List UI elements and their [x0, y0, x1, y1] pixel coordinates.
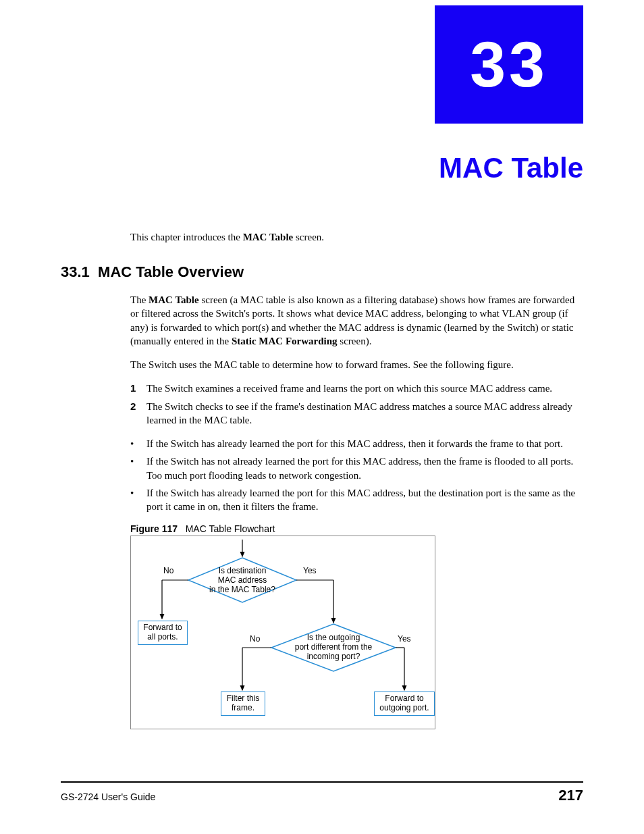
box-filter: Filter this frame. [221, 692, 265, 716]
intro-bold: MAC Table [243, 232, 294, 242]
intro-text-prefix: This chapter introduces the [130, 232, 243, 242]
page-content: 33 MAC Table This chapter introduces the… [0, 152, 644, 729]
list-item: •If the Switch has already learned the p… [130, 437, 583, 450]
section-number: 33.1 [61, 263, 90, 280]
list-item: 1The Switch examines a received frame an… [130, 382, 583, 395]
yes-label-1: Yes [303, 567, 317, 576]
list-item: 2The Switch checks to see if the frame's… [130, 400, 583, 427]
no-label-1: No [163, 567, 173, 576]
bullet-list: •If the Switch has already learned the p… [130, 437, 583, 513]
decision-1-text: Is destination MAC address in the MAC Ta… [209, 567, 276, 594]
box-forward-all: Forward to all ports. [138, 621, 188, 645]
page-footer: GS-2724 User's Guide 217 [61, 781, 583, 804]
figure-label: Figure 117 [130, 523, 178, 534]
no-label-2: No [250, 635, 260, 644]
paragraph-2: The Switch uses the MAC table to determi… [130, 358, 583, 371]
box-forward-out: Forward to outgoing port. [374, 692, 435, 716]
intro-text-suffix: screen. [293, 232, 324, 242]
figure-caption-text: MAC Table Flowchart [186, 523, 275, 534]
footer-guide: GS-2724 User's Guide [61, 791, 155, 802]
list-item: •If the Switch has already learned the p… [130, 486, 583, 514]
paragraph-1: The MAC Table screen (a MAC table is als… [130, 293, 583, 348]
footer-page-number: 217 [558, 787, 583, 804]
flowchart: Is destination MAC address in the MAC Ta… [130, 536, 435, 729]
list-item: •If the Switch has not already learned t… [130, 454, 583, 482]
chapter-title: MAC Table [61, 152, 583, 184]
section-heading: 33.1 MAC Table Overview [61, 263, 583, 281]
yes-label-2: Yes [398, 635, 411, 644]
section-title: MAC Table Overview [98, 263, 244, 280]
chapter-number: 33 [470, 28, 548, 101]
figure-caption: Figure 117 MAC Table Flowchart [130, 523, 583, 534]
decision-2-text: Is the outgoing port different from the … [290, 633, 377, 661]
chapter-number-badge: 33 [435, 5, 583, 124]
numbered-list: 1The Switch examines a received frame an… [130, 382, 583, 427]
intro-paragraph: This chapter introduces the MAC Table sc… [130, 232, 583, 243]
